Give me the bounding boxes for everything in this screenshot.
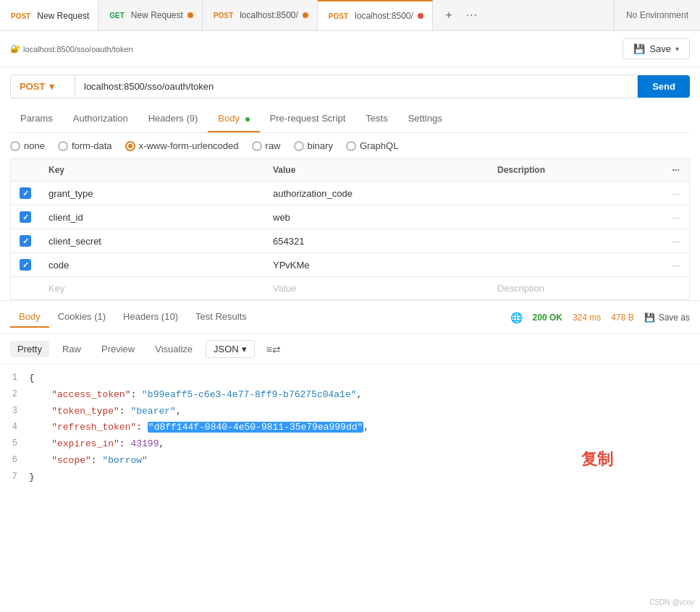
table-row: grant_type authorization_code ··· — [11, 182, 690, 205]
method-select[interactable]: POST ▾ — [10, 75, 75, 98]
status-time: 324 ms — [573, 313, 601, 323]
method-chevron-icon: ▾ — [49, 81, 54, 92]
params-table: Key Value Description ··· grant_type aut… — [10, 158, 690, 300]
save-button[interactable]: 💾 Save ▾ — [623, 38, 690, 59]
radio-binary[interactable]: binary — [294, 140, 333, 151]
table-row: client_id web ··· — [11, 205, 690, 229]
params-label: Params — [20, 113, 53, 124]
raw-label: Raw — [62, 344, 81, 354]
row-description[interactable] — [489, 253, 664, 277]
environment-selector[interactable]: No Environment — [614, 0, 700, 30]
row-checkbox[interactable] — [20, 259, 31, 271]
save-as-button[interactable]: 💾 Save as — [644, 313, 690, 323]
row-value[interactable]: authorization_code — [264, 182, 489, 205]
line-number: 1 — [0, 371, 29, 386]
resp-test-label: Test Results — [195, 311, 247, 322]
body-type-row: none form-data x-www-form-urlencoded raw… — [10, 133, 690, 158]
resp-tab-body[interactable]: Body — [10, 307, 49, 328]
preview-label: Preview — [101, 344, 135, 354]
tab4-dot — [418, 13, 423, 19]
row-description[interactable] — [489, 229, 664, 253]
radio-graphql[interactable]: GraphQL — [346, 140, 398, 151]
send-button[interactable]: Send — [638, 75, 690, 98]
url-input[interactable] — [75, 75, 638, 98]
resp-tab-headers[interactable]: Headers (10) — [114, 307, 187, 328]
col-more: ··· — [664, 159, 690, 182]
row-key[interactable]: grant_type — [40, 182, 264, 205]
lock-icon: 🔐 — [10, 44, 20, 54]
request-row: POST ▾ Send — [10, 67, 690, 106]
row-description[interactable] — [489, 205, 664, 229]
row-value[interactable]: 654321 — [264, 229, 489, 253]
row-checkbox[interactable] — [20, 235, 31, 247]
row-checkbox[interactable] — [20, 187, 31, 199]
env-label: No Environment — [626, 10, 688, 20]
resp-body-label: Body — [19, 311, 41, 322]
save-as-label: Save as — [659, 313, 690, 323]
radio-x-www[interactable]: x-www-form-urlencoded — [125, 140, 239, 151]
row-value[interactable]: YPvKMe — [264, 253, 489, 277]
tab-settings[interactable]: Settings — [398, 106, 452, 132]
tab-prerequest[interactable]: Pre-request Script — [260, 106, 356, 132]
row-more[interactable]: ··· — [664, 182, 690, 205]
tab-get-new-request[interactable]: GET New Request — [98, 0, 203, 30]
tab-body[interactable]: Body — [208, 106, 259, 132]
row-checkbox[interactable] — [20, 211, 31, 223]
line-content: { — [29, 371, 700, 386]
radio-none-circle — [10, 141, 20, 151]
row-description[interactable] — [489, 182, 664, 205]
view-tab-preview[interactable]: Preview — [94, 341, 142, 357]
row-value[interactable]: web — [264, 205, 489, 229]
row-more[interactable]: ··· — [664, 205, 690, 229]
resp-tab-cookies[interactable]: Cookies (1) — [49, 307, 114, 328]
tests-label: Tests — [366, 113, 387, 124]
row-key[interactable]: code — [40, 253, 264, 277]
line-number: 6 — [0, 454, 29, 469]
tab-actions: + ··· — [433, 0, 488, 30]
line-content: "refresh_token": "d8ff144f-0840-4e50-981… — [29, 420, 700, 435]
tab4-method: POST — [326, 12, 350, 21]
code-toolbar: Pretty Raw Preview Visualize JSON ▾ ≡⇄ — [0, 334, 700, 365]
response-tabs: Body Cookies (1) Headers (10) Test Resul… — [10, 307, 256, 328]
row-more[interactable]: ··· — [664, 253, 690, 277]
new-tab-button[interactable]: + — [439, 5, 459, 25]
radio-raw[interactable]: raw — [252, 140, 281, 151]
row-more[interactable]: ··· — [664, 229, 690, 253]
view-tab-visualize[interactable]: Visualize — [148, 341, 200, 357]
body-active-dot — [245, 117, 250, 122]
radio-x-www-circle — [125, 141, 135, 151]
radio-form-data[interactable]: form-data — [58, 140, 112, 151]
view-tab-raw[interactable]: Raw — [55, 341, 88, 357]
tab3-method: POST — [211, 11, 235, 20]
row-key[interactable]: client_id — [40, 205, 264, 229]
row-key[interactable]: client_secret — [40, 229, 264, 253]
request-tabs-nav: Params Authorization Headers (9) Body Pr… — [10, 106, 690, 133]
view-tab-pretty[interactable]: Pretty — [10, 341, 49, 357]
line-number: 3 — [0, 404, 29, 420]
json-format-select[interactable]: JSON ▾ — [206, 340, 255, 358]
more-tabs-button[interactable]: ··· — [462, 5, 482, 25]
tab-post-localhost-2[interactable]: POST localhost:8500/ — [318, 0, 433, 30]
globe-icon: 🌐 — [510, 312, 523, 323]
visualize-label: Visualize — [155, 344, 193, 354]
line-number: 7 — [0, 470, 29, 485]
code-body: 1{2 "access_token": "b99eaff5-c6e3-4e77-… — [0, 365, 700, 495]
response-bar: Body Cookies (1) Headers (10) Test Resul… — [0, 300, 700, 334]
response-status: 🌐 200 OK 324 ms 478 B 💾 Save as — [510, 312, 690, 323]
radio-form-data-label: form-data — [72, 140, 112, 151]
placeholder-desc: Description — [497, 283, 544, 294]
tab-authorization[interactable]: Authorization — [63, 106, 138, 132]
table-row: client_secret 654321 ··· — [11, 229, 690, 253]
tab-headers[interactable]: Headers (9) — [138, 106, 208, 132]
wrap-icon[interactable]: ≡⇄ — [266, 344, 281, 355]
placeholder-value: Value — [273, 283, 296, 294]
line-number: 2 — [0, 388, 29, 403]
tab-post-new-request-1[interactable]: POST New Request — [0, 0, 98, 30]
radio-none[interactable]: none — [10, 140, 45, 151]
tab-tests[interactable]: Tests — [355, 106, 397, 132]
json-format-label: JSON — [214, 344, 239, 354]
tab-post-localhost-1[interactable]: POST localhost:8500/ — [203, 0, 318, 30]
tab-params[interactable]: Params — [10, 106, 63, 132]
resp-tab-test-results[interactable]: Test Results — [187, 307, 256, 328]
save-as-icon: 💾 — [644, 313, 655, 323]
